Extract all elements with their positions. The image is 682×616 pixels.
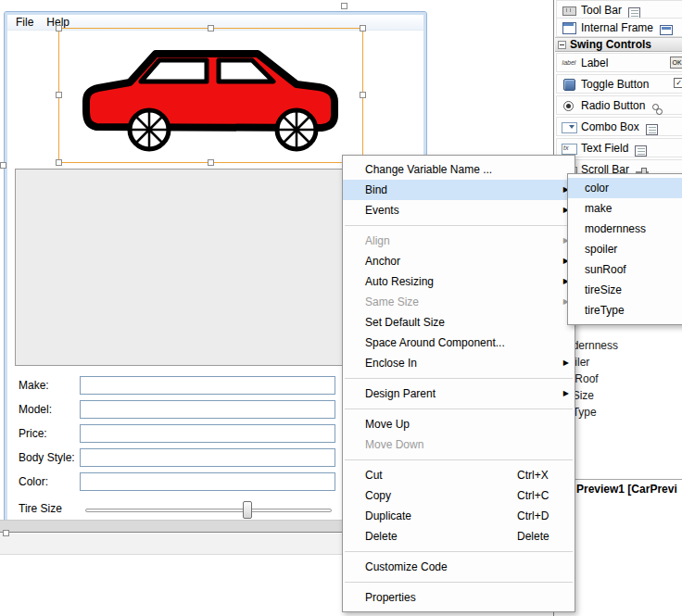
menu-item-label: sunRoof: [585, 259, 679, 280]
menu-separator: [345, 582, 573, 583]
body-style-label: Body Style:: [19, 451, 75, 464]
menu-item-label: Bind: [365, 180, 560, 200]
menu-item-label: spoiler: [585, 239, 679, 259]
form-resize-handle-bottom-left[interactable]: [3, 530, 9, 536]
menu-item-change-variable-name[interactable]: Change Variable Name ...: [343, 159, 575, 180]
text-field-icon-text: tx: [563, 145, 568, 151]
menu-item-move-up[interactable]: Move Up: [343, 414, 575, 434]
menu-item-label: Move Up: [365, 414, 560, 434]
resize-handle-top-left[interactable]: [56, 25, 62, 31]
menu-item-label: Auto Resizing: [365, 271, 560, 292]
empty-panel-component[interactable]: [15, 169, 345, 366]
tire-size-label: Tire Size: [19, 502, 62, 515]
menu-separator: [345, 409, 573, 409]
menu-item-copy[interactable]: CopyCtrl+C: [343, 485, 575, 506]
make-input[interactable]: [80, 376, 335, 395]
model-label: Model:: [19, 403, 52, 416]
menu-item-design-parent[interactable]: Design Parent▶: [343, 383, 575, 404]
menu-item-move-down[interactable]: Move Down: [343, 434, 575, 455]
body-style-input[interactable]: [80, 448, 335, 467]
menu-item-label: modernness: [585, 219, 679, 239]
menu-separator: [345, 378, 573, 379]
color-input[interactable]: [80, 472, 335, 491]
menu-item-cut[interactable]: CutCtrl+X: [343, 465, 575, 485]
form-resize-handle-left[interactable]: [0, 162, 6, 169]
checkbox-partial-icon: [674, 78, 682, 88]
tire-size-slider-track[interactable]: [85, 509, 332, 512]
form-resize-handle-top[interactable]: [341, 3, 347, 9]
partial-palette-icon: [660, 25, 673, 35]
menu-item-label: Same Size: [365, 292, 560, 312]
palette-item-label: Combo Box: [581, 120, 639, 133]
menu-item-label: tireSize: [585, 280, 679, 300]
toggle-button-icon: [562, 77, 576, 92]
palette-item-internal-frame[interactable]: Internal Frame: [556, 18, 682, 37]
make-label: Make:: [19, 379, 49, 392]
resize-handle-top-middle[interactable]: [208, 25, 214, 31]
menu-item-duplicate[interactable]: DuplicateCtrl+D: [343, 506, 575, 526]
text-field-icon: tx: [562, 141, 576, 156]
list-partial-icon: [646, 124, 658, 135]
menu-item-properties[interactable]: Properties: [343, 587, 575, 608]
palette-item-combo-box[interactable]: Combo Box: [556, 117, 682, 136]
bind-submenu: color make modernness spoiler sunRoof ti…: [567, 173, 682, 325]
resize-handle-middle-right[interactable]: [360, 92, 366, 98]
resize-handle-bottom-left[interactable]: [56, 159, 62, 166]
menu-separator: [345, 225, 573, 226]
menu-item-space-around-component[interactable]: Space Around Component...: [343, 333, 575, 353]
menu-shortcut: Ctrl+X: [517, 465, 560, 485]
palette-item-label: Radio Button: [581, 99, 645, 112]
menu-item-label: Enclose In: [365, 353, 560, 373]
resize-handle-bottom-middle[interactable]: [208, 159, 214, 166]
menu-file[interactable]: File: [14, 16, 35, 29]
internal-frame-icon: [562, 20, 576, 35]
collapse-icon[interactable]: [558, 41, 566, 49]
model-input[interactable]: [80, 400, 335, 419]
resize-handle-middle-left[interactable]: [56, 92, 62, 98]
palette-item-toggle-button[interactable]: Toggle Button: [556, 74, 682, 94]
palette-item-label: Label: [581, 57, 608, 69]
car-component-selection[interactable]: [58, 28, 363, 163]
menu-item-delete[interactable]: DeleteDelete: [343, 526, 575, 547]
menu-item-bind[interactable]: Bind▶: [343, 180, 575, 200]
palette-item-radio-button[interactable]: Radio Button: [556, 95, 682, 115]
palette-item-label: Internal Frame: [581, 21, 653, 34]
menu-item-label: Duplicate: [365, 506, 504, 526]
button-group-partial-icon: [651, 103, 663, 114]
menu-item-customize-code[interactable]: Customize Code: [343, 557, 575, 577]
bind-property-make[interactable]: make: [568, 198, 682, 219]
bind-property-modernness[interactable]: modernness: [568, 219, 682, 239]
bind-property-spoiler[interactable]: spoiler: [568, 239, 682, 259]
menu-item-label: color: [585, 178, 679, 198]
menu-item-label: Set Default Size: [365, 312, 560, 333]
bind-property-sunroof[interactable]: sunRoof: [568, 259, 682, 280]
menu-item-label: Anchor: [365, 251, 560, 271]
menu-item-same-size[interactable]: Same Size▶: [343, 292, 575, 312]
submenu-arrow-icon: ▶: [563, 383, 569, 404]
menu-item-enclose-in[interactable]: Enclose In▶: [343, 353, 575, 373]
palette-item-tool-bar[interactable]: Tool Bar: [556, 0, 682, 19]
menu-item-label: Delete: [365, 526, 504, 547]
menu-item-anchor[interactable]: Anchor▶: [343, 251, 575, 271]
menu-item-align[interactable]: Align▶: [343, 231, 575, 251]
tire-size-slider-thumb[interactable]: [243, 501, 252, 519]
palette-category-swing-controls[interactable]: Swing Controls: [555, 37, 682, 52]
preview-window-caption: Preview1 [CarPrevi: [576, 483, 682, 496]
context-menu: Change Variable Name ... Bind▶ Events▶ A…: [342, 155, 575, 612]
palette-category-label: Swing Controls: [570, 38, 651, 51]
menu-item-label: Design Parent: [365, 383, 560, 404]
menu-item-auto-resizing[interactable]: Auto Resizing▶: [343, 271, 575, 292]
car-image[interactable]: [67, 31, 356, 162]
resize-handle-top-right[interactable]: [360, 25, 366, 31]
palette-item-label-component[interactable]: label Label OK: [556, 53, 682, 72]
bind-property-tiretype[interactable]: tireType: [568, 300, 682, 321]
label-icon: label: [562, 56, 576, 70]
bind-property-tiresize[interactable]: tireSize: [568, 280, 682, 300]
bind-property-color[interactable]: color: [568, 178, 682, 198]
price-input[interactable]: [80, 424, 335, 443]
partial-palette-icon: [628, 7, 640, 19]
menu-item-set-default-size[interactable]: Set Default Size: [343, 312, 575, 333]
palette-item-label: Text Field: [581, 142, 628, 155]
ok-button-partial-icon: OK: [670, 57, 682, 69]
menu-item-events[interactable]: Events▶: [343, 200, 575, 220]
